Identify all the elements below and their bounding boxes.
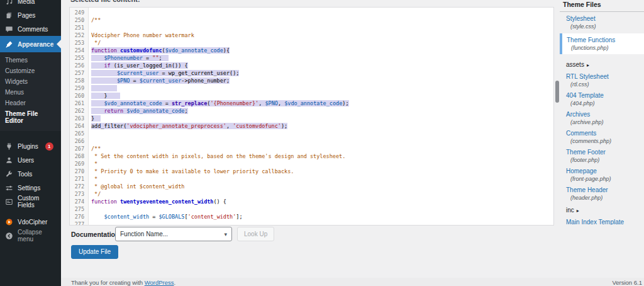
code-text: $current_user = wp_get_current_user(); <box>88 69 239 77</box>
theme-file-link[interactable]: Theme Functions <box>567 37 644 43</box>
submenu-item-customize[interactable]: Customize <box>0 66 61 76</box>
line-number: 255 <box>70 54 88 62</box>
selection-highlight: } <box>91 93 120 99</box>
code-line[interactable]: 266 <box>70 137 553 145</box>
sidebar-item-tools[interactable]: Tools <box>0 167 61 181</box>
theme-file-link[interactable]: Theme Footer <box>566 149 644 156</box>
line-number: 274 <box>70 198 88 205</box>
code-line[interactable]: 256 if (is_user_logged_in()) { <box>70 62 553 69</box>
theme-file-stylesheet[interactable]: Stylesheet(style.css) <box>560 12 644 31</box>
sidebar-item-plugins[interactable]: Plugins1 <box>0 139 61 153</box>
code-line[interactable]: 267/** <box>70 145 553 152</box>
pages-icon <box>5 11 13 20</box>
code-line[interactable]: 277 <box>70 220 553 226</box>
wordpress-link[interactable]: WordPress <box>145 279 174 286</box>
code-line[interactable]: 276 $content_width = $GLOBALS['content_w… <box>70 213 553 220</box>
sidebar-item-pages[interactable]: Pages <box>0 8 61 22</box>
code-line[interactable]: 255 $Phonenumber = ""; <box>70 54 553 62</box>
code-line[interactable]: 260 } <box>70 92 553 100</box>
code-line[interactable]: 252Vdocipher Phone number watermark <box>70 31 553 39</box>
code-text <box>88 9 91 16</box>
code-line[interactable]: 262 return $vdo_annotate_code; <box>70 107 553 115</box>
code-line[interactable]: 258 $PNO = $current_user->phone_number; <box>70 77 553 84</box>
tools-icon <box>5 170 13 178</box>
line-number: 265 <box>70 130 88 137</box>
code-line[interactable]: 254function customvdofunc($vdo_annotate_… <box>70 47 553 54</box>
submenu-item-header[interactable]: Header <box>0 98 61 108</box>
code-line[interactable]: 265 <box>70 130 553 137</box>
theme-file-link[interactable]: Comments <box>566 130 644 137</box>
line-number: 271 <box>70 175 88 183</box>
code-line[interactable]: 268 * Set the content width in pixels, b… <box>70 152 553 160</box>
theme-file-theme-functions[interactable]: Theme Functions(functions.php) <box>560 33 644 54</box>
code-line[interactable]: 261 $vdo_annotate_code = str_replace('{P… <box>70 100 553 107</box>
code-line[interactable]: 263} <box>70 115 553 122</box>
sidebar-item-media[interactable]: Media <box>0 0 61 8</box>
update-file-button[interactable]: Update File <box>71 245 118 259</box>
theme-file-link[interactable]: Homepage <box>566 168 644 174</box>
code-text: $Phonenumber = ""; <box>88 54 169 62</box>
line-number: 256 <box>70 62 88 69</box>
theme-file-name: (front-page.php) <box>566 176 644 182</box>
theme-folder-inc[interactable]: inc▸ <box>560 202 644 215</box>
theme-file-link[interactable]: Archives <box>566 111 644 118</box>
code-line[interactable]: 272 * @global int $content_width <box>70 183 553 190</box>
code-line[interactable]: 250/** <box>70 16 553 24</box>
documentation-select[interactable]: Function Name... ▾ <box>115 227 232 241</box>
theme-file-archives[interactable]: Archives(archive.php) <box>560 108 644 127</box>
code-line[interactable]: 249 <box>70 9 553 16</box>
sidebar-item-comments[interactable]: Comments <box>0 22 61 36</box>
theme-file-theme-footer[interactable]: Theme Footer(footer.php) <box>560 146 644 164</box>
sidebar-item-users[interactable]: Users <box>0 153 61 167</box>
sidebar-item-vdocipher[interactable]: VdoCipher <box>0 215 61 229</box>
theme-file-404-template[interactable]: 404 Template(404.php) <box>560 89 644 108</box>
theme-file-rtl-stylesheet[interactable]: RTL Stylesheet(rtl.css) <box>560 70 644 89</box>
theme-file-name: (style.css) <box>566 23 644 30</box>
theme-file-link[interactable]: Stylesheet <box>566 15 644 22</box>
code-editor[interactable]: 249250/**251252Vdocipher Phone number wa… <box>69 7 554 226</box>
theme-file-link[interactable]: Main Index Template <box>566 219 644 225</box>
code-line[interactable]: 257 $current_user = wp_get_current_user(… <box>70 69 553 77</box>
code-line[interactable]: 273 */ <box>70 190 553 198</box>
line-number: 269 <box>70 160 88 168</box>
code-line[interactable]: 271 * <box>70 175 553 183</box>
theme-file-link[interactable]: 404 Template <box>566 92 644 99</box>
code-line[interactable]: 270 * Priority 0 to make it available to… <box>70 168 553 175</box>
theme-file-comments[interactable]: Comments(comments.php) <box>560 127 644 146</box>
sidebar-item-settings[interactable]: Settings <box>0 181 61 195</box>
selection-highlight: $vdo_annotate_code = str_replace('{Phone… <box>91 100 349 106</box>
code-line[interactable]: 251 <box>70 24 553 31</box>
code-text: return $vdo_annotate_code; <box>88 107 188 115</box>
submenu-item-widgets[interactable]: Widgets <box>0 76 61 87</box>
code-line[interactable]: 274function twentyseventeen_content_widt… <box>70 198 553 205</box>
code-line[interactable]: 253 */ <box>70 39 553 47</box>
media-icon <box>5 0 13 6</box>
line-number: 253 <box>70 39 88 47</box>
code-line[interactable]: 264add_filter('vdocipher_annotate_prepro… <box>70 122 553 130</box>
theme-file-link[interactable]: Theme Header <box>566 186 644 193</box>
code-line[interactable]: 269 * <box>70 160 553 168</box>
sidebar-item-custom-fields[interactable]: Custom Fields <box>0 195 61 209</box>
theme-file-link[interactable]: RTL Stylesheet <box>566 73 644 80</box>
sidebar-item-collapse[interactable]: Collapse menu <box>0 229 61 243</box>
theme-folder-assets[interactable]: assets▸ <box>560 57 644 70</box>
theme-file-homepage[interactable]: Homepage(front-page.php) <box>560 164 644 183</box>
code-line[interactable]: 275 <box>70 205 553 213</box>
appearance-submenu: ThemesCustomizeWidgetsMenusHeaderTheme F… <box>0 52 61 131</box>
editor-scrollbar-thumb[interactable] <box>555 81 559 103</box>
theme-file-name: (functions.php) <box>567 45 644 51</box>
submenu-item-theme-file-editor[interactable]: Theme File Editor <box>0 108 61 126</box>
documentation-label: Documentation: <box>71 231 121 238</box>
selection-highlight: $current_user = wp_get_current_user(); <box>91 70 239 76</box>
theme-file-theme-header[interactable]: Theme Header(header.php) <box>560 183 644 202</box>
documentation-select-value: Function Name... <box>120 231 168 237</box>
line-number: 272 <box>70 183 88 190</box>
look-up-button[interactable]: Look Up <box>237 227 274 241</box>
theme-file-main-index-template[interactable]: Main Index Template(index.php) <box>560 215 644 225</box>
submenu-item-themes[interactable]: Themes <box>0 55 61 66</box>
submenu-item-menus[interactable]: Menus <box>0 87 61 98</box>
code-line[interactable]: 259 <box>70 84 553 92</box>
sidebar-item-appearance[interactable]: Appearance <box>0 36 61 52</box>
selection-highlight: if (is_user_logged_in()) { <box>91 62 188 69</box>
line-number: 263 <box>70 115 88 122</box>
